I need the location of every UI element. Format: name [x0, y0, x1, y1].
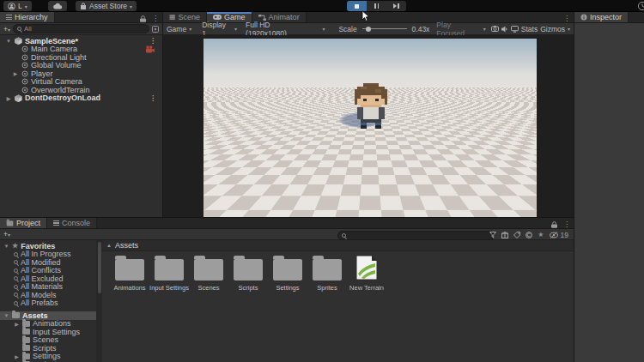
chevron-down-icon: ▾: [25, 3, 27, 9]
favorites-star-icon[interactable]: ★: [538, 232, 544, 238]
assets-tree-item[interactable]: ▶ Animations: [0, 320, 96, 329]
assets-grid-pane: ▲ Assets Animations Input Settings: [102, 240, 574, 362]
packages-visibility-icon[interactable]: [526, 232, 532, 238]
kebab-menu-icon[interactable]: ⋮: [560, 15, 574, 22]
project-search[interactable]: [337, 231, 495, 240]
assets-breadcrumb[interactable]: ▲ Assets: [102, 240, 574, 251]
tab-hierarchy[interactable]: Hierarchy: [0, 12, 55, 22]
assets-tree-item-label: Animations: [33, 319, 71, 328]
project-search-input[interactable]: [349, 232, 490, 239]
scene-children: ▶ Main Camera ▶ Directional L: [0, 45, 162, 94]
asset-folder-item[interactable]: Sprites: [308, 255, 346, 292]
chevron-expanded-icon[interactable]: ▼: [5, 39, 12, 44]
tab-project[interactable]: Project: [0, 218, 47, 228]
hierarchy-item[interactable]: ▶ OverworldTerrain: [0, 86, 162, 94]
favorites-item[interactable]: All Conflicts: [0, 267, 96, 275]
favorites-item[interactable]: All Prefabs: [0, 299, 96, 308]
package-icon[interactable]: [501, 232, 508, 238]
account-button[interactable]: L ▾: [3, 1, 32, 11]
cloud-button[interactable]: [48, 1, 67, 11]
tab-scene[interactable]: ▦ Scene: [163, 12, 207, 22]
sky: [204, 39, 537, 76]
stats-button[interactable]: Stats: [521, 25, 538, 33]
chevron-collapsed-icon[interactable]: ▶: [14, 321, 20, 327]
hierarchy-search[interactable]: [13, 24, 149, 33]
hierarchy-item[interactable]: ▶ Virtual Camera: [0, 78, 162, 87]
chevron-expanded-icon[interactable]: ▼: [3, 313, 9, 318]
asset-folder-item[interactable]: Scripts: [229, 255, 267, 292]
kebab-menu-icon[interactable]: ⋮: [560, 220, 574, 228]
game-panel: ▦ Scene Game Animator ⋮ Game▾ Display 1▾…: [163, 12, 574, 217]
assets-tree-item[interactable]: ▶ Scripts: [0, 344, 96, 353]
assets-root-row[interactable]: ▼ Assets: [0, 311, 96, 320]
collapse-icon[interactable]: ▲: [106, 243, 112, 248]
hierarchy-icon: [6, 15, 12, 20]
hierarchy-panel: Hierarchy ⋮ +▾ ▼ SampleScene* ⋮: [0, 12, 163, 217]
history-icon[interactable]: [637, 1, 644, 11]
scale-slider-knob[interactable]: [366, 27, 371, 32]
account-icon: [8, 3, 15, 10]
folder-icon: [194, 259, 223, 281]
step-icon: [393, 3, 397, 9]
star-icon: ★: [12, 243, 18, 250]
tab-inspector[interactable]: Inspector: [574, 12, 629, 22]
kebab-menu-icon[interactable]: ⋮: [146, 37, 160, 45]
camera-preview-icon[interactable]: [145, 45, 155, 53]
mute-audio-icon[interactable]: [501, 26, 508, 33]
label-tag-icon[interactable]: [513, 232, 520, 238]
open-folder-icon: [12, 312, 20, 318]
game-viewport[interactable]: [163, 35, 574, 217]
asset-folder-item[interactable]: Settings: [269, 255, 307, 292]
lock-icon[interactable]: [549, 221, 560, 228]
project-panel: Project Console ⋮ +▾: [0, 217, 574, 362]
assets-tree-item[interactable]: ▶ Scenes: [0, 336, 96, 345]
kebab-menu-icon[interactable]: ⋮: [149, 15, 162, 22]
asset-folder-item[interactable]: Animations: [111, 255, 149, 292]
asset-folder-item[interactable]: Scenes: [190, 255, 228, 292]
assets-tree-item[interactable]: ▶ Input Settings: [0, 328, 96, 336]
dontdestroy-label: DontDestroyOnLoad: [25, 94, 100, 102]
scale-slider[interactable]: [362, 28, 407, 29]
hierarchy-search-input[interactable]: [24, 25, 145, 33]
assets-tree-item[interactable]: ▶ Settings: [0, 353, 96, 361]
search-filter-icon[interactable]: [152, 26, 159, 33]
asset-terrain-item[interactable]: New Terrain: [348, 255, 386, 292]
asset-label: Sprites: [317, 284, 337, 292]
add-asset-button[interactable]: +▾: [3, 230, 10, 238]
gameobject-icon: [21, 62, 28, 69]
tree-scrollbar[interactable]: [96, 240, 102, 362]
step-button[interactable]: [386, 1, 406, 11]
chevron-collapsed-icon[interactable]: ▶: [12, 70, 19, 76]
capture-icon[interactable]: [491, 26, 499, 32]
gizmos-dropdown[interactable]: Gizmos▾: [540, 25, 570, 33]
asset-store-button[interactable]: Asset Store ▾: [76, 1, 137, 11]
dontdestroy-row[interactable]: ▶ DontDestroyOnLoad ⋮: [0, 94, 162, 103]
add-gameobject-button[interactable]: +▾: [3, 25, 10, 33]
animator-icon: [258, 15, 266, 21]
favorites-item[interactable]: All Excluded: [0, 275, 96, 283]
chevron-expanded-icon[interactable]: ▼: [3, 244, 9, 249]
lock-icon[interactable]: [137, 15, 149, 22]
chevron-collapsed-icon[interactable]: ▶: [14, 353, 20, 359]
favorites-item[interactable]: All Materials: [0, 283, 96, 292]
chevron-collapsed-icon[interactable]: ▶: [5, 95, 12, 101]
favorites-item[interactable]: All Models: [0, 291, 96, 299]
tab-console[interactable]: Console: [47, 218, 97, 228]
hidden-items-toggle[interactable]: 19: [550, 231, 568, 239]
favorites-header[interactable]: ▼ ★ Favorites: [0, 242, 96, 250]
search-by-type-icon[interactable]: [489, 232, 496, 238]
favorites-item[interactable]: All In Progress: [0, 250, 96, 259]
favorites-item-label: All Materials: [21, 282, 63, 291]
scene-row[interactable]: ▼ SampleScene* ⋮: [0, 37, 162, 45]
hierarchy-item-label: Main Camera: [31, 45, 77, 53]
asset-label: New Terrain: [349, 284, 384, 292]
hierarchy-item[interactable]: ▶ Directional Light: [0, 53, 162, 62]
hierarchy-item[interactable]: ▶ Global Volume: [0, 62, 162, 70]
asset-folder-item[interactable]: Input Settings: [150, 255, 188, 292]
favorites-item[interactable]: All Modified: [0, 258, 96, 267]
game-mode-dropdown[interactable]: Game▾: [167, 25, 191, 33]
hierarchy-item[interactable]: ▶ Main Camera: [0, 45, 162, 54]
kebab-menu-icon[interactable]: ⋮: [146, 94, 160, 102]
vsync-monitor-icon[interactable]: [511, 26, 519, 33]
hierarchy-item[interactable]: ▶ Player: [0, 69, 162, 78]
